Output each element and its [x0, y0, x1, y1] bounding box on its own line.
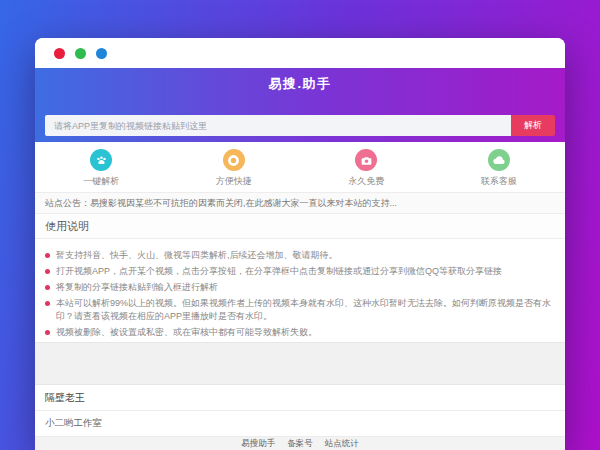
instruction-text: 本站可以解析99%以上的视频。但如果视频作者上传的视频本身就有水印、这种水印暂时… [56, 297, 553, 323]
window-titlebar [35, 38, 565, 68]
feature-label: 联系客服 [481, 175, 517, 188]
minimize-window-icon[interactable] [75, 48, 86, 59]
paw-icon [90, 149, 112, 171]
page-footer: 易搜助手 备案号 站点统计 解析结果归相关平台所有，易搜解析不拥有其版权。 [35, 437, 565, 450]
instructions-title: 使用说明 [35, 214, 565, 239]
site-title: 易搜.助手 [35, 68, 565, 93]
instruction-text: 打开视频APP，点开某个视频，点击分享按钮，在分享弹框中点击复制链接或通过分享到… [56, 265, 502, 278]
maximize-window-icon[interactable] [96, 48, 107, 59]
feature-row: 一键解析 方便快捷 永久免费 [35, 142, 565, 193]
bullet-dot-icon [45, 253, 50, 258]
page-background: 易搜.助手 解析 一键解析 [0, 0, 600, 450]
ring-icon [223, 149, 245, 171]
list-item: 暂支持抖音、快手、火山、微视等四类解析,后续还会增加、敬请期待。 [45, 249, 553, 262]
parse-button[interactable]: 解析 [511, 115, 555, 136]
feature-label: 永久免费 [348, 175, 384, 188]
bullet-dot-icon [45, 269, 50, 274]
link-label: 小二哟工作室 [45, 417, 102, 430]
search-row: 解析 [45, 115, 555, 136]
list-item: 视频被删除、被设置成私密、或在审核中都有可能导致解析失败。 [45, 326, 553, 339]
friend-link-xiaoeryo-studio[interactable]: 小二哟工作室 [35, 411, 565, 437]
list-item: 打开视频APP，点开某个视频，点击分享按钮，在分享弹框中点击复制链接或通过分享到… [45, 265, 553, 278]
header-banner: 易搜.助手 解析 [35, 68, 565, 142]
cloud-icon [488, 149, 510, 171]
list-item: 本站可以解析99%以上的视频。但如果视频作者上传的视频本身就有水印、这种水印暂时… [45, 297, 553, 323]
friend-link-gebilaowang[interactable]: 隔壁老王 [35, 385, 565, 411]
instruction-text: 视频被删除、被设置成私密、或在审核中都有可能导致解析失败。 [56, 326, 317, 339]
link-label: 隔壁老王 [45, 391, 85, 405]
bullet-dot-icon [45, 330, 50, 335]
feature-one-click-parse[interactable]: 一键解析 [35, 142, 168, 192]
feature-free-forever[interactable]: 永久免费 [300, 142, 433, 192]
instruction-text: 暂支持抖音、快手、火山、微视等四类解析,后续还会增加、敬请期待。 [56, 249, 338, 262]
feature-fast-convenient[interactable]: 方便快捷 [168, 142, 301, 192]
footer-nav: 易搜助手 备案号 站点统计 [235, 438, 365, 450]
footer-link-stats[interactable]: 站点统计 [325, 438, 359, 450]
footer-link-icp[interactable]: 备案号 [287, 438, 313, 450]
footer-link-home[interactable]: 易搜助手 [241, 438, 275, 450]
browser-window: 易搜.助手 解析 一键解析 [35, 38, 565, 450]
spacer-block [35, 342, 565, 385]
feature-label: 一键解析 [83, 175, 119, 188]
list-item: 将复制的分享链接粘贴到输入框进行解析 [45, 281, 553, 294]
site-announcement: 站点公告：易搜影视因某些不可抗拒的因素而关闭,在此感谢大家一直以来对本站的支持.… [35, 193, 565, 214]
instruction-text: 将复制的分享链接粘贴到输入框进行解析 [56, 281, 218, 294]
bullet-dot-icon [45, 301, 50, 306]
bullet-dot-icon [45, 285, 50, 290]
feature-contact-support[interactable]: 联系客服 [433, 142, 566, 192]
feature-label: 方便快捷 [216, 175, 252, 188]
camera-icon [355, 149, 377, 171]
instructions-list: 暂支持抖音、快手、火山、微视等四类解析,后续还会增加、敬请期待。 打开视频APP… [35, 239, 565, 342]
video-link-input[interactable] [45, 115, 511, 136]
close-window-icon[interactable] [54, 48, 65, 59]
